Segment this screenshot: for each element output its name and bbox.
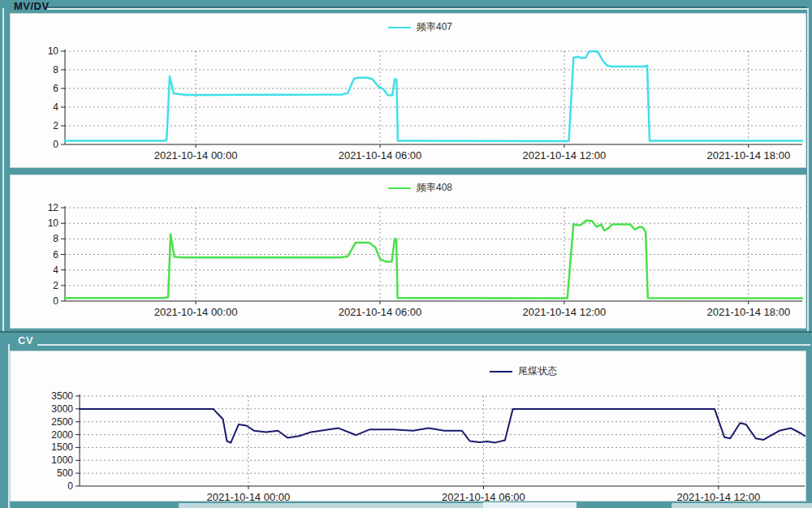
svg-text:1000: 1000 bbox=[51, 454, 73, 466]
line-chart-freq408: 0246810122021-10-14 00:002021-10-14 06:0… bbox=[11, 175, 806, 328]
cv-section-divider bbox=[0, 331, 812, 333]
svg-text:2021-10-14 18:00: 2021-10-14 18:00 bbox=[706, 306, 790, 318]
svg-text:2021-10-14 18:00: 2021-10-14 18:00 bbox=[706, 149, 790, 161]
mvdv-frame-top-line bbox=[47, 8, 807, 10]
svg-text:500: 500 bbox=[57, 467, 73, 479]
bottom-strip-light-left bbox=[179, 503, 483, 508]
cv-frame-top-line bbox=[37, 344, 810, 346]
svg-text:8: 8 bbox=[53, 233, 58, 244]
mvdv-frame-right-line bbox=[807, 8, 809, 331]
svg-text:6: 6 bbox=[53, 249, 58, 260]
svg-text:10: 10 bbox=[48, 45, 59, 57]
svg-text:2021-10-14 12:00: 2021-10-14 12:00 bbox=[523, 306, 607, 318]
svg-text:2021-10-14 12:00: 2021-10-14 12:00 bbox=[677, 491, 761, 501]
svg-text:3500: 3500 bbox=[51, 390, 73, 402]
chart-panel-freq407: 频率407 02468102021-10-14 00:002021-10-14 … bbox=[10, 13, 806, 168]
bottom-strip-light-right bbox=[672, 503, 812, 508]
svg-text:2021-10-14 12:00: 2021-10-14 12:00 bbox=[523, 149, 607, 161]
chart-panel-freq408: 频率408 0246810122021-10-14 00:002021-10-1… bbox=[10, 174, 806, 329]
line-chart-freq407: 02468102021-10-14 00:002021-10-14 06:002… bbox=[11, 14, 806, 167]
cv-group-label: CV bbox=[18, 334, 33, 347]
svg-text:0: 0 bbox=[53, 139, 58, 150]
svg-text:2: 2 bbox=[53, 120, 58, 131]
mvdv-frame-left-line bbox=[2, 8, 4, 331]
svg-text:2021-10-14 00:00: 2021-10-14 00:00 bbox=[154, 306, 238, 318]
svg-text:2021-10-14 00:00: 2021-10-14 00:00 bbox=[207, 491, 291, 501]
svg-text:2021-10-14 06:00: 2021-10-14 06:00 bbox=[339, 306, 422, 318]
svg-text:2500: 2500 bbox=[51, 416, 73, 428]
scada-monitor-screen: MV/DV 频率407 02468102021-10-14 00:002021-… bbox=[0, 0, 812, 508]
chart-panel-tailcoal: 尾煤状态 05001000150020002500300035002021-10… bbox=[10, 351, 806, 502]
bottom-strip-white bbox=[483, 502, 577, 508]
svg-text:3000: 3000 bbox=[51, 403, 73, 415]
svg-text:2: 2 bbox=[53, 280, 58, 291]
svg-text:0: 0 bbox=[67, 480, 73, 492]
svg-text:2021-10-14 06:00: 2021-10-14 06:00 bbox=[442, 491, 525, 501]
svg-text:4: 4 bbox=[53, 101, 58, 113]
svg-text:8: 8 bbox=[53, 64, 58, 75]
mvdv-group-label: MV/DV bbox=[14, 0, 50, 12]
line-chart-tailcoal: 05001000150020002500300035002021-10-14 0… bbox=[11, 351, 806, 501]
svg-text:0: 0 bbox=[53, 295, 58, 307]
svg-text:10: 10 bbox=[48, 217, 59, 229]
svg-text:2021-10-14 06:00: 2021-10-14 06:00 bbox=[339, 149, 422, 161]
svg-text:4: 4 bbox=[53, 265, 58, 276]
svg-text:1500: 1500 bbox=[51, 441, 73, 453]
svg-text:6: 6 bbox=[53, 83, 58, 94]
svg-text:2000: 2000 bbox=[51, 429, 73, 441]
svg-text:2021-10-14 00:00: 2021-10-14 00:00 bbox=[154, 149, 238, 161]
svg-text:12: 12 bbox=[48, 202, 59, 213]
